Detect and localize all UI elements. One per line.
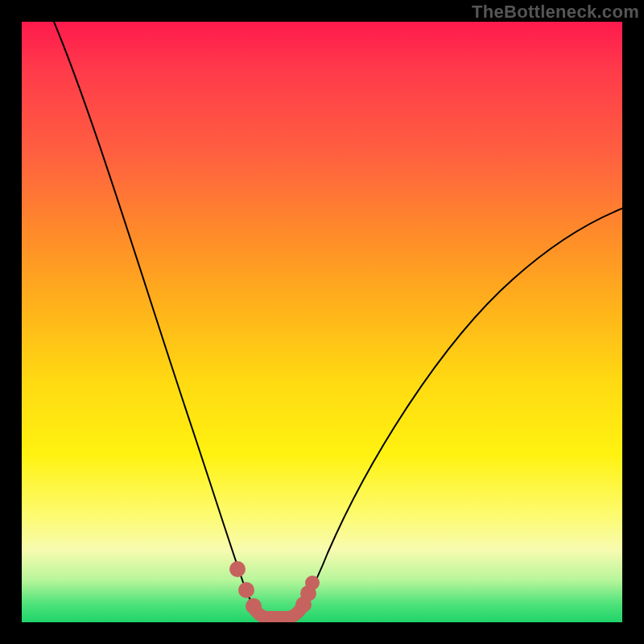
highlight-dot [229, 561, 246, 577]
bottleneck-curve [54, 22, 622, 617]
bottleneck-curve-highlight [256, 609, 301, 617]
curve-overlay [22, 22, 622, 622]
highlight-dot [238, 582, 254, 598]
plot-area [22, 22, 622, 622]
highlight-dot [305, 576, 320, 590]
chart-frame: TheBottleneck.com [0, 0, 644, 644]
watermark-text: TheBottleneck.com [472, 2, 639, 23]
